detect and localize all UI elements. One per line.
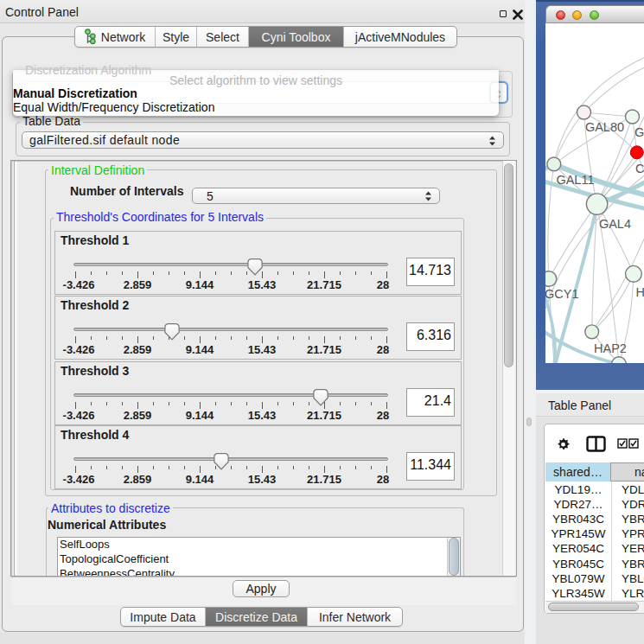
svg-text:HA: HA <box>636 285 644 299</box>
svg-text:C: C <box>635 162 644 175</box>
svg-text:HAP2: HAP2 <box>594 341 627 355</box>
svg-text:GCY1: GCY1 <box>545 287 579 301</box>
svg-text:GAL4: GAL4 <box>599 217 631 231</box>
svg-text:GA: GA <box>634 125 644 139</box>
svg-text:GAL80: GAL80 <box>585 120 624 134</box>
svg-text:GAL11: GAL11 <box>556 173 594 187</box>
